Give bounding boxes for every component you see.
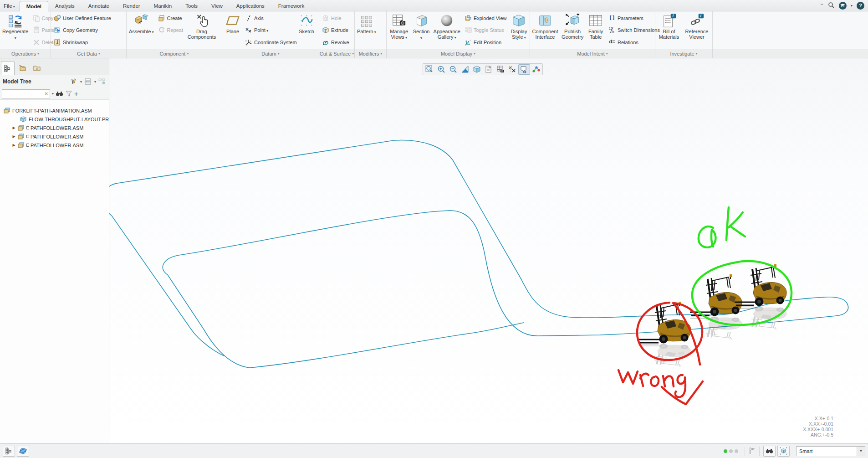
assemble-button[interactable]: Assemble — [128, 12, 155, 49]
coordinate-system-button[interactable]: yxz Coordinate System — [243, 38, 296, 46]
graphics-canvas[interactable]: X.X+-0.1 X.XX+-0.01 X.XXX+-0.001 ANG.+-0… — [109, 58, 868, 443]
add-filter-icon[interactable]: + — [74, 91, 78, 97]
tab-manikin[interactable]: Manikin — [147, 0, 179, 11]
tab-render[interactable]: Render — [116, 0, 147, 11]
forklift-model-1[interactable] — [639, 302, 691, 344]
tree-show-icon[interactable] — [98, 77, 106, 86]
group-label-get-data[interactable]: Get Data — [51, 49, 127, 58]
reference-viewer-button[interactable]: i Reference Viewer — [683, 12, 711, 49]
bill-of-materials-button[interactable]: i Bill of Materials — [656, 12, 682, 49]
group-label-model-display[interactable]: Model Display — [387, 49, 530, 58]
manage-views-button[interactable]: Manage Views — [388, 12, 411, 49]
find-binoculars-icon[interactable] — [55, 90, 63, 98]
display-style-toolbar-button[interactable] — [471, 64, 483, 75]
sketch-path-curve[interactable] — [117, 140, 848, 368]
parameters-button[interactable]: [ ] Parameters — [607, 14, 654, 23]
group-label-model-intent[interactable]: Model Intent — [530, 49, 655, 58]
tree-row-layout-part[interactable]: FLOW-THROUGHPUT-LAYOUT.PRT — [0, 115, 109, 124]
group-label-component[interactable]: Component — [127, 49, 222, 58]
appearance-gallery-button[interactable]: Appearance Gallery — [432, 12, 462, 49]
exploded-view-button[interactable]: Exploded View — [463, 14, 508, 23]
group-label-cut-surface[interactable]: Cut & Surface — [319, 49, 355, 58]
filter-funnel-icon[interactable] — [65, 90, 73, 98]
model-tree-tab[interactable] — [1, 61, 15, 75]
group-label-investigate[interactable]: Investigate — [655, 49, 713, 58]
tree-tools-caret-icon[interactable]: ▾ — [80, 80, 82, 84]
axis-button[interactable]: Axis — [243, 14, 296, 23]
3d-dragger-button[interactable] — [530, 64, 542, 75]
publish-geometry-button[interactable]: Publish Geometry — [560, 12, 585, 49]
expand-arrow-icon[interactable]: ▶ — [12, 134, 16, 139]
selection-filter-dropdown[interactable]: Smart ▼ — [796, 446, 865, 456]
display-style-button[interactable]: Display Style — [509, 12, 529, 49]
favorites-tab[interactable]: ✳ — [30, 61, 44, 75]
notification-flag-icon[interactable] — [749, 447, 756, 455]
sketch-button[interactable]: Sketch — [297, 12, 316, 49]
select-in-model-button[interactable] — [777, 446, 790, 457]
collapse-ribbon-icon[interactable]: ⌃ — [820, 3, 824, 9]
tab-view[interactable]: View — [204, 0, 230, 11]
zoom-out-button[interactable] — [447, 64, 459, 75]
web-browser-toggle-button[interactable] — [17, 446, 29, 457]
repaint-button[interactable] — [459, 64, 471, 75]
user-defined-feature-button[interactable]: User-Defined Feature — [52, 14, 113, 23]
navigator-toggle-button[interactable] — [3, 446, 15, 457]
search-icon[interactable] — [828, 2, 835, 10]
family-table-button[interactable]: Family Table — [586, 12, 606, 49]
datum-display-filters-button[interactable] — [506, 64, 518, 75]
tree-row-pathfollower-2[interactable]: ▶ PATHFOLLOWER.ASM — [0, 132, 109, 141]
switch-dimensions-button[interactable]: 15fx Switch Dimensions — [607, 26, 654, 35]
tree-search-input[interactable] — [2, 90, 45, 98]
toggle-status-button[interactable]: Toggle Status — [463, 26, 508, 35]
pattern-button[interactable]: Pattern — [356, 12, 378, 49]
tab-annotate[interactable]: Annotate — [82, 0, 116, 11]
expand-arrow-icon[interactable]: ▶ — [12, 126, 16, 130]
tab-applications[interactable]: Applications — [230, 0, 271, 11]
shrinkwrap-button[interactable]: Shrinkwrap — [52, 38, 113, 46]
clear-search-icon[interactable]: ✕ — [45, 91, 50, 96]
selection-filter-caret-icon[interactable]: ▼ — [857, 447, 865, 456]
annotation-display-button[interactable] — [518, 64, 530, 75]
sketch-path-left-edge[interactable] — [109, 183, 224, 356]
saved-orientations-button[interactable] — [483, 64, 495, 75]
view-manager-button[interactable] — [495, 64, 506, 75]
plane-button[interactable]: Plane — [223, 12, 242, 49]
tab-framework[interactable]: Framework — [271, 0, 311, 11]
tab-tools[interactable]: Tools — [179, 0, 204, 11]
tab-analysis[interactable]: Analysis — [48, 0, 82, 11]
copy-geometry-button[interactable]: Copy Geometry — [52, 26, 113, 35]
regenerate-button[interactable]: Regenerate — [1, 12, 30, 49]
edit-position-button[interactable]: zx Edit Position — [463, 38, 508, 46]
learning-center-icon[interactable] — [839, 2, 847, 10]
component-interface-button[interactable]: Component Interface — [531, 12, 559, 49]
extrude-button[interactable]: Extrude — [320, 26, 351, 35]
group-label-operations[interactable]: Operations — [0, 49, 51, 58]
tree-tools-icon[interactable] — [70, 77, 78, 86]
point-button[interactable]: Point — [243, 26, 296, 35]
folder-browser-tab[interactable] — [15, 61, 29, 75]
group-label-datum[interactable]: Datum — [222, 49, 319, 58]
tree-settings-caret-icon[interactable]: ▾ — [94, 80, 96, 84]
tree-row-pathfollower-1[interactable]: ▶ PATHFOLLOWER.ASM — [0, 124, 109, 132]
refit-button[interactable] — [424, 64, 435, 75]
learning-center-caret-icon[interactable]: ▾ — [851, 4, 853, 8]
tree-row-root-assembly[interactable]: FORKLIFT-PATH-ANIMATION.ASM — [0, 106, 109, 115]
search-model-button[interactable] — [763, 446, 776, 457]
drag-components-button[interactable]: Drag Components — [186, 12, 218, 49]
create-button[interactable]: Create — [156, 14, 185, 23]
tree-settings-icon[interactable] — [84, 77, 92, 86]
relations-button[interactable]: d= Relations — [607, 38, 654, 46]
revolve-button[interactable]: Revolve — [320, 38, 351, 46]
hole-button[interactable]: Hole — [320, 14, 351, 23]
zoom-in-button[interactable] — [435, 64, 447, 75]
tab-model[interactable]: Model — [20, 1, 48, 11]
expand-arrow-icon[interactable]: ▶ — [12, 143, 16, 147]
file-menu-button[interactable]: File — [0, 1, 20, 11]
tree-search-box[interactable]: ✕ — [2, 89, 50, 98]
search-options-caret-icon[interactable]: ▾ — [52, 92, 54, 96]
section-button[interactable]: Section — [412, 12, 431, 49]
tree-row-pathfollower-3[interactable]: ▶ PATHFOLLOWER.ASM — [0, 141, 109, 149]
help-icon[interactable]: ? — [857, 2, 864, 10]
group-label-modifiers[interactable]: Modifiers — [355, 49, 387, 58]
repeat-button[interactable]: Repeat — [156, 26, 185, 35]
